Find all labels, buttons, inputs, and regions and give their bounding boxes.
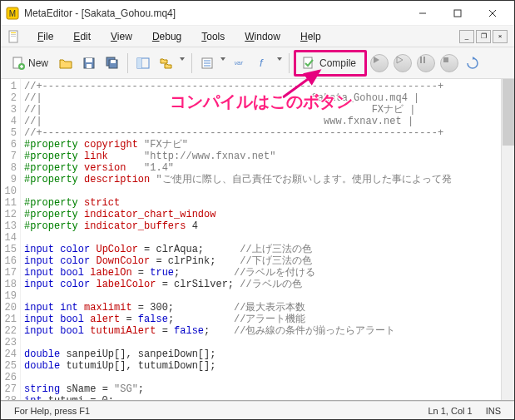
save-icon [82, 56, 97, 71]
code-line[interactable]: //+-------------------------------------… [24, 81, 501, 92]
toolbox-dropdown[interactable] [179, 52, 187, 74]
menu-help[interactable]: Help [292, 28, 329, 45]
save-all-icon [105, 56, 120, 71]
svg-rect-9 [11, 36, 16, 37]
refresh-button[interactable] [462, 52, 483, 74]
code-line[interactable]: #property version "1.4" [24, 162, 501, 174]
play-icon [372, 56, 387, 71]
status-cursor-pos: Ln 1, Col 1 [421, 406, 478, 416]
svg-rect-7 [11, 32, 16, 33]
var-icon: var [233, 56, 248, 71]
menu-file[interactable]: File [29, 28, 62, 45]
code-line[interactable]: #property link "http://www.fxnav.net" [24, 151, 501, 162]
refresh-icon [465, 56, 480, 71]
code-line[interactable]: string sName = "SG"; [24, 383, 501, 395]
scroll-thumb[interactable] [503, 79, 514, 146]
svg-rect-16 [87, 64, 92, 68]
toolbox-button[interactable] [156, 52, 177, 74]
code-line[interactable]: #property description "ご使用に際し、自己責任でお願いしま… [24, 174, 501, 185]
vertical-scrollbar[interactable] [501, 79, 514, 402]
stop-icon [442, 56, 457, 71]
minimize-button[interactable] [406, 2, 439, 25]
menu-tools[interactable]: Tools [193, 28, 233, 45]
svg-text:f: f [260, 57, 264, 69]
layout-icon [136, 56, 151, 71]
save-all-button[interactable] [102, 52, 123, 74]
code-line[interactable] [24, 290, 501, 302]
close-button[interactable] [476, 2, 509, 25]
menu-edit[interactable]: Edit [65, 28, 99, 45]
new-label: New [28, 57, 48, 69]
save-button[interactable] [78, 52, 100, 74]
code-line[interactable]: #property indicator_buffers 4 [24, 220, 501, 232]
code-editor[interactable]: //+-------------------------------------… [21, 79, 501, 402]
code-line[interactable] [24, 337, 501, 348]
status-help: For Help, press F1 [7, 406, 97, 416]
code-line[interactable] [24, 372, 501, 383]
status-insert-mode: INS [479, 406, 508, 416]
function-dropdown[interactable] [276, 52, 285, 74]
list-icon [200, 56, 215, 71]
code-line[interactable]: input bool tutumiAlert = false; //包み線の条件… [24, 325, 501, 337]
folder-open-icon [58, 56, 73, 71]
svg-rect-32 [443, 57, 448, 62]
list-dropdown[interactable] [220, 52, 228, 74]
svg-rect-22 [137, 58, 141, 68]
code-line[interactable]: //+-------------------------------------… [24, 127, 501, 139]
code-line[interactable]: //| FXナビ | [24, 104, 501, 116]
folder-tree-icon [159, 56, 174, 71]
debug-start-button[interactable] [369, 52, 390, 74]
mdi-minimize-button[interactable]: _ [459, 30, 474, 43]
code-line[interactable] [24, 232, 501, 244]
code-line[interactable]: input int maxlimit = 300; //最大表示本数 [24, 302, 501, 314]
code-line[interactable]: //| www.fxnav.net | [24, 116, 501, 127]
debug-pause-button[interactable] [415, 52, 437, 74]
svg-text:M: M [9, 9, 16, 18]
function-button[interactable]: f [253, 52, 275, 74]
mdi-restore-button[interactable]: ❐ [476, 30, 491, 43]
svg-rect-30 [420, 57, 422, 63]
svg-rect-8 [11, 34, 16, 35]
document-icon [7, 30, 21, 43]
list-button[interactable] [196, 52, 218, 74]
mdi-close-button[interactable]: × [493, 30, 508, 43]
svg-text:var: var [235, 59, 244, 67]
var-button[interactable]: var [230, 52, 251, 74]
code-line[interactable]: //| Sakata_Gohou.mq4 | [24, 92, 501, 104]
line-number-gutter: 1234567891011121314151617181920212223242… [1, 79, 21, 402]
new-button[interactable]: New [6, 52, 53, 74]
open-button[interactable] [55, 52, 77, 74]
maximize-button[interactable] [441, 2, 474, 25]
svg-rect-31 [423, 57, 425, 63]
function-icon: f [256, 56, 271, 71]
code-line[interactable]: input color labelColor = clrSilver; //ラベ… [24, 279, 501, 290]
code-line[interactable]: input bool labelOn = true; //ラベルを付ける [24, 267, 501, 279]
play-outline-icon [395, 56, 410, 71]
compile-button[interactable]: Compile [294, 50, 367, 77]
code-line[interactable]: input bool alert = false; //アラート機能 [24, 314, 501, 325]
compile-label: Compile [319, 57, 356, 69]
app-icon: M [6, 7, 19, 20]
menu-view[interactable]: View [102, 28, 141, 45]
code-line[interactable]: input color DownColor = clrPink; //下げ三法の… [24, 255, 501, 267]
debug-stop-button[interactable] [438, 52, 460, 74]
svg-rect-15 [86, 58, 92, 62]
navigator-button[interactable] [132, 52, 154, 74]
code-line[interactable]: input color UpColor = clrAqua; //上げ三法の色 [24, 244, 501, 255]
code-line[interactable]: double sanpeiUp[], sanpeiDown[]; [24, 348, 501, 360]
svg-rect-19 [111, 60, 116, 63]
code-line[interactable]: #property copyright "FXナビ" [24, 139, 501, 151]
menu-window[interactable]: Window [236, 28, 289, 45]
pause-icon [418, 56, 433, 71]
debug-step-button[interactable] [392, 52, 413, 74]
svg-rect-3 [454, 10, 461, 17]
code-line[interactable]: double tutumiUp[], tutumiDown[]; [24, 360, 501, 372]
menu-debug[interactable]: Debug [144, 28, 190, 45]
code-line[interactable]: #property strict [24, 197, 501, 209]
compile-icon [301, 56, 316, 71]
window-title: MetaEditor - [Sakata_Gohou.mq4] [24, 7, 406, 19]
code-line[interactable] [24, 185, 501, 197]
code-line[interactable]: #property indicator_chart_window [24, 209, 501, 220]
new-file-icon [11, 56, 26, 71]
